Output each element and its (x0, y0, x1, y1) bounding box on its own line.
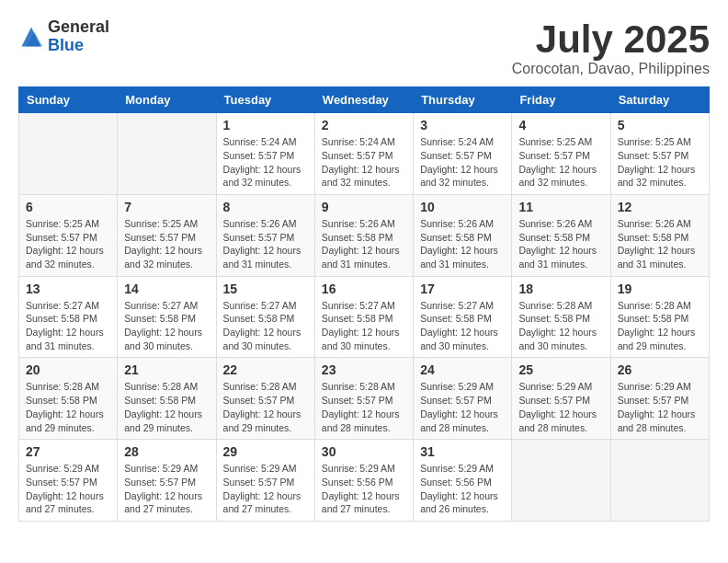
table-row: 13Sunrise: 5:27 AMSunset: 5:58 PMDayligh… (19, 276, 118, 358)
day-detail: Sunrise: 5:28 AMSunset: 5:58 PMDaylight:… (518, 299, 603, 353)
day-number: 17 (420, 282, 505, 296)
calendar-week-row: 13Sunrise: 5:27 AMSunset: 5:58 PMDayligh… (19, 276, 710, 358)
table-row: 30Sunrise: 5:29 AMSunset: 5:56 PMDayligh… (314, 440, 413, 522)
day-detail: Sunrise: 5:26 AMSunset: 5:57 PMDaylight:… (223, 217, 308, 271)
table-row (610, 440, 709, 522)
day-detail: Sunrise: 5:29 AMSunset: 5:57 PMDaylight:… (124, 462, 209, 516)
table-row: 5Sunrise: 5:25 AMSunset: 5:57 PMDaylight… (610, 113, 709, 195)
day-number: 24 (420, 362, 505, 377)
day-detail: Sunrise: 5:28 AMSunset: 5:57 PMDaylight:… (223, 380, 308, 434)
day-detail: Sunrise: 5:29 AMSunset: 5:57 PMDaylight:… (420, 380, 505, 434)
logo-general: General (48, 18, 109, 37)
subtitle: Corocotan, Davao, Philippines (512, 61, 710, 77)
day-number: 25 (518, 362, 603, 377)
day-detail: Sunrise: 5:26 AMSunset: 5:58 PMDaylight:… (518, 217, 603, 271)
day-number: 13 (26, 282, 110, 296)
day-detail: Sunrise: 5:29 AMSunset: 5:57 PMDaylight:… (618, 380, 702, 434)
calendar-week-row: 1Sunrise: 5:24 AMSunset: 5:57 PMDaylight… (19, 113, 710, 195)
day-detail: Sunrise: 5:27 AMSunset: 5:58 PMDaylight:… (26, 299, 110, 353)
day-detail: Sunrise: 5:24 AMSunset: 5:57 PMDaylight:… (322, 135, 406, 190)
table-row: 16Sunrise: 5:27 AMSunset: 5:58 PMDayligh… (314, 276, 413, 358)
day-number: 12 (618, 200, 702, 214)
day-detail: Sunrise: 5:29 AMSunset: 5:57 PMDaylight:… (26, 462, 110, 516)
table-row: 27Sunrise: 5:29 AMSunset: 5:57 PMDayligh… (19, 440, 118, 522)
table-row: 28Sunrise: 5:29 AMSunset: 5:57 PMDayligh… (118, 440, 216, 522)
day-number: 18 (518, 282, 603, 296)
day-number: 8 (223, 200, 308, 214)
table-row: 6Sunrise: 5:25 AMSunset: 5:57 PMDaylight… (19, 194, 118, 276)
day-detail: Sunrise: 5:28 AMSunset: 5:58 PMDaylight:… (618, 299, 702, 353)
header-saturday: Saturday (610, 87, 709, 113)
day-number: 29 (223, 444, 308, 459)
calendar-table: Sunday Monday Tuesday Wednesday Thursday… (18, 86, 710, 522)
day-detail: Sunrise: 5:25 AMSunset: 5:57 PMDaylight:… (26, 217, 110, 271)
day-number: 14 (124, 282, 209, 296)
table-row: 23Sunrise: 5:28 AMSunset: 5:57 PMDayligh… (314, 358, 413, 440)
day-number: 23 (322, 362, 406, 377)
table-row: 22Sunrise: 5:28 AMSunset: 5:57 PMDayligh… (216, 358, 314, 440)
logo-text: General Blue (48, 18, 109, 55)
day-detail: Sunrise: 5:27 AMSunset: 5:58 PMDaylight:… (420, 299, 505, 353)
day-detail: Sunrise: 5:28 AMSunset: 5:58 PMDaylight:… (26, 380, 110, 434)
logo-icon (18, 24, 44, 50)
day-number: 16 (322, 282, 406, 296)
day-detail: Sunrise: 5:25 AMSunset: 5:57 PMDaylight:… (518, 135, 603, 190)
header-sunday: Sunday (19, 87, 118, 113)
table-row: 29Sunrise: 5:29 AMSunset: 5:57 PMDayligh… (216, 440, 314, 522)
table-row: 25Sunrise: 5:29 AMSunset: 5:57 PMDayligh… (512, 358, 610, 440)
calendar-week-row: 6Sunrise: 5:25 AMSunset: 5:57 PMDaylight… (19, 194, 710, 276)
day-number: 11 (518, 200, 603, 214)
header-monday: Monday (118, 87, 216, 113)
day-number: 3 (420, 118, 505, 132)
day-number: 10 (420, 200, 505, 214)
day-detail: Sunrise: 5:26 AMSunset: 5:58 PMDaylight:… (420, 217, 505, 271)
title-section: July 2025 Corocotan, Davao, Philippines (512, 18, 710, 77)
day-number: 27 (26, 444, 110, 459)
logo: General Blue (18, 18, 109, 55)
day-detail: Sunrise: 5:26 AMSunset: 5:58 PMDaylight:… (618, 217, 702, 271)
table-row: 19Sunrise: 5:28 AMSunset: 5:58 PMDayligh… (610, 276, 709, 358)
day-number: 21 (124, 362, 209, 377)
day-number: 5 (618, 118, 702, 132)
day-detail: Sunrise: 5:29 AMSunset: 5:57 PMDaylight:… (518, 380, 603, 434)
table-row: 8Sunrise: 5:26 AMSunset: 5:57 PMDaylight… (216, 194, 314, 276)
day-detail: Sunrise: 5:27 AMSunset: 5:58 PMDaylight:… (124, 299, 209, 353)
day-number: 15 (223, 282, 308, 296)
logo-blue: Blue (48, 37, 109, 55)
table-row: 26Sunrise: 5:29 AMSunset: 5:57 PMDayligh… (610, 358, 709, 440)
table-row: 17Sunrise: 5:27 AMSunset: 5:58 PMDayligh… (414, 276, 512, 358)
calendar-header-row: Sunday Monday Tuesday Wednesday Thursday… (19, 87, 710, 113)
day-detail: Sunrise: 5:25 AMSunset: 5:57 PMDaylight:… (124, 217, 209, 271)
day-detail: Sunrise: 5:27 AMSunset: 5:58 PMDaylight:… (322, 299, 406, 353)
table-row: 31Sunrise: 5:29 AMSunset: 5:56 PMDayligh… (414, 440, 512, 522)
day-detail: Sunrise: 5:26 AMSunset: 5:58 PMDaylight:… (322, 217, 406, 271)
day-number: 20 (26, 362, 110, 377)
table-row: 18Sunrise: 5:28 AMSunset: 5:58 PMDayligh… (512, 276, 610, 358)
day-number: 22 (223, 362, 308, 377)
day-number: 4 (518, 118, 603, 132)
table-row: 2Sunrise: 5:24 AMSunset: 5:57 PMDaylight… (314, 113, 413, 195)
day-detail: Sunrise: 5:29 AMSunset: 5:56 PMDaylight:… (420, 462, 505, 516)
header-tuesday: Tuesday (216, 87, 314, 113)
table-row: 11Sunrise: 5:26 AMSunset: 5:58 PMDayligh… (512, 194, 610, 276)
table-row: 20Sunrise: 5:28 AMSunset: 5:58 PMDayligh… (19, 358, 118, 440)
table-row: 12Sunrise: 5:26 AMSunset: 5:58 PMDayligh… (610, 194, 709, 276)
day-number: 28 (124, 444, 209, 459)
main-title: July 2025 (512, 18, 710, 61)
header-thursday: Thursday (414, 87, 512, 113)
table-row: 21Sunrise: 5:28 AMSunset: 5:58 PMDayligh… (118, 358, 216, 440)
day-number: 19 (618, 282, 702, 296)
page-header: General Blue July 2025 Corocotan, Davao,… (18, 18, 710, 77)
day-detail: Sunrise: 5:28 AMSunset: 5:57 PMDaylight:… (322, 380, 406, 434)
day-number: 31 (420, 444, 505, 459)
table-row: 1Sunrise: 5:24 AMSunset: 5:57 PMDaylight… (216, 113, 314, 195)
day-number: 26 (618, 362, 702, 377)
day-number: 9 (322, 200, 406, 214)
day-detail: Sunrise: 5:29 AMSunset: 5:57 PMDaylight:… (223, 462, 308, 516)
table-row: 4Sunrise: 5:25 AMSunset: 5:57 PMDaylight… (512, 113, 610, 195)
day-number: 30 (322, 444, 406, 459)
table-row: 9Sunrise: 5:26 AMSunset: 5:58 PMDaylight… (314, 194, 413, 276)
table-row (512, 440, 610, 522)
day-detail: Sunrise: 5:27 AMSunset: 5:58 PMDaylight:… (223, 299, 308, 353)
table-row: 10Sunrise: 5:26 AMSunset: 5:58 PMDayligh… (414, 194, 512, 276)
